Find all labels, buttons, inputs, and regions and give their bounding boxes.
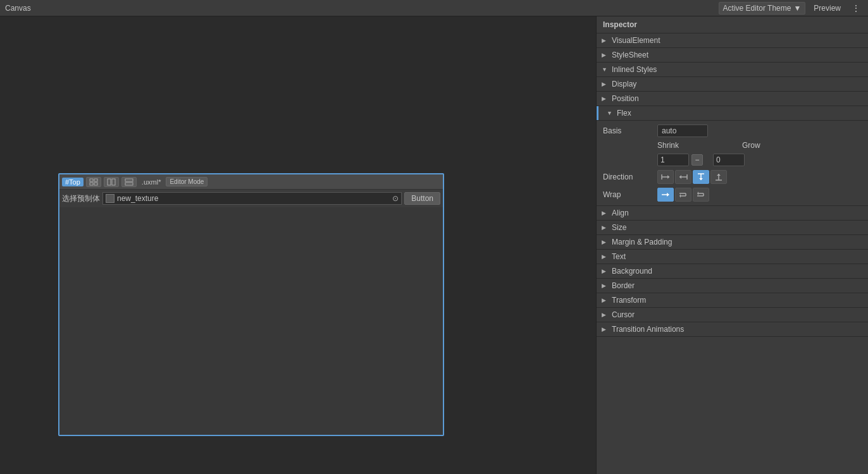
- basis-row: Basis: [603, 125, 862, 137]
- section-inlined-styles[interactable]: ▼ Inlined Styles: [597, 63, 868, 77]
- section-position[interactable]: ▶ Position: [597, 92, 868, 106]
- direction-row: Direction: [603, 170, 862, 184]
- direction-row-reverse-icon: [679, 173, 688, 181]
- section-margin-padding[interactable]: ▶ Margin & Padding: [597, 235, 868, 250]
- text-label: Text: [612, 252, 626, 261]
- preview-button[interactable]: Preview: [808, 2, 846, 15]
- transform-arrow: ▶: [602, 297, 609, 303]
- section-visual-element[interactable]: ▶ VisualElement: [597, 33, 868, 48]
- section-size[interactable]: ▶ Size: [597, 221, 868, 235]
- section-stylesheet[interactable]: ▶ StyleSheet: [597, 48, 868, 63]
- svg-marker-25: [679, 194, 681, 198]
- text-arrow: ▶: [602, 253, 609, 260]
- flex-active-indicator: [597, 106, 598, 120]
- direction-row-icon: [661, 173, 670, 181]
- direction-btn-group: [657, 170, 727, 184]
- texture-swatch: [106, 194, 115, 203]
- flex-section-header[interactable]: ▼ Flex: [597, 106, 868, 121]
- margin-padding-arrow: ▶: [602, 239, 609, 245]
- editor-mode-tag: Editor Mode: [166, 177, 208, 186]
- section-flex: ▼ Flex Basis Shrink Grow: [597, 106, 868, 206]
- direction-row-btn[interactable]: [657, 170, 674, 184]
- border-arrow: ▶: [602, 283, 609, 289]
- direction-column-icon: [697, 173, 705, 181]
- shrink-input[interactable]: [657, 154, 689, 166]
- wrap-reverse-btn[interactable]: [693, 188, 709, 202]
- background-arrow: ▶: [602, 268, 609, 274]
- grow-controls: [713, 154, 745, 166]
- svg-marker-18: [717, 174, 721, 176]
- section-transition-animations[interactable]: ▶ Transition Animations: [597, 322, 868, 337]
- theme-dropdown[interactable]: Active Editor Theme ▼: [719, 2, 806, 15]
- svg-marker-9: [667, 175, 669, 179]
- editor-button[interactable]: Button: [404, 192, 440, 205]
- inlined-styles-label: Inlined Styles: [612, 65, 657, 74]
- svg-marker-29: [697, 191, 698, 195]
- section-transform[interactable]: ▶ Transform: [597, 293, 868, 308]
- section-border[interactable]: ▶ Border: [597, 279, 868, 293]
- cursor-arrow: ▶: [602, 312, 609, 318]
- texture-field: new_texture ⊙: [102, 192, 402, 205]
- section-cursor[interactable]: ▶ Cursor: [597, 308, 868, 322]
- align-label: Align: [612, 209, 629, 217]
- section-align[interactable]: ▶ Align: [597, 206, 868, 221]
- shrink-grow-labels: Shrink Grow: [657, 141, 862, 150]
- wrap-btn-group: [657, 188, 709, 202]
- direction-column-reverse-btn[interactable]: [710, 170, 727, 184]
- inspector-title: Inspector: [597, 16, 868, 33]
- wrap-wrap-btn[interactable]: [675, 188, 691, 202]
- size-arrow: ▶: [602, 224, 609, 231]
- section-display[interactable]: ▶ Display: [597, 77, 868, 92]
- stylesheet-label: StyleSheet: [612, 51, 648, 59]
- direction-column-btn[interactable]: [693, 170, 709, 184]
- rows-icon: [125, 178, 133, 186]
- svg-rect-5: [112, 179, 115, 185]
- direction-row-reverse-btn[interactable]: [675, 170, 691, 184]
- dropdown-arrow-icon: ▼: [793, 4, 801, 13]
- size-label: Size: [612, 223, 626, 232]
- svg-rect-3: [94, 183, 97, 185]
- svg-marker-15: [699, 178, 703, 180]
- position-arrow: ▶: [602, 95, 609, 102]
- transition-animations-arrow: ▶: [602, 326, 609, 332]
- align-arrow: ▶: [602, 210, 609, 216]
- wrap-nowrap-btn[interactable]: [657, 188, 674, 202]
- editor-icon-btn-2[interactable]: [104, 177, 119, 187]
- editor-icon-btn-3[interactable]: [121, 177, 137, 187]
- canvas-area: #Top: [0, 16, 596, 474]
- theme-section: Active Editor Theme ▼ Preview ⋮: [719, 2, 863, 15]
- margin-padding-label: Margin & Padding: [612, 238, 672, 246]
- svg-rect-1: [94, 179, 97, 181]
- grid-icon: [89, 178, 98, 186]
- editor-toolbar: #Top: [59, 174, 443, 190]
- direction-label: Direction: [603, 173, 654, 181]
- shrink-grow-row: −: [603, 154, 862, 166]
- editor-label: 选择预制体: [62, 193, 100, 204]
- texture-search-icon[interactable]: ⊙: [392, 194, 399, 203]
- basis-input[interactable]: [657, 125, 708, 137]
- editor-tag: #Top: [62, 178, 84, 186]
- editor-content: 选择预制体 new_texture ⊙ Button: [59, 190, 443, 207]
- shrink-label: Shrink: [657, 141, 679, 150]
- shrink-minus-btn[interactable]: −: [691, 154, 703, 166]
- texture-name: new_texture: [117, 194, 390, 203]
- transition-animations-label: Transition Animations: [612, 325, 684, 334]
- grow-input[interactable]: [713, 154, 745, 166]
- editor-body: [59, 207, 443, 435]
- svg-marker-12: [679, 175, 681, 179]
- editor-icon-btn-1[interactable]: [86, 177, 101, 187]
- main-toolbar: Canvas Active Editor Theme ▼ Preview ⋮: [0, 0, 868, 16]
- flex-label: Flex: [617, 109, 631, 118]
- visual-element-arrow: ▶: [602, 37, 609, 44]
- svg-rect-0: [90, 179, 93, 181]
- theme-dropdown-label: Active Editor Theme: [723, 4, 791, 13]
- more-options-button[interactable]: ⋮: [849, 2, 863, 15]
- stylesheet-arrow: ▶: [602, 52, 609, 58]
- section-background[interactable]: ▶ Background: [597, 264, 868, 279]
- flex-content: Basis Shrink Grow −: [597, 121, 868, 205]
- wrap-row: Wrap: [603, 188, 862, 202]
- svg-marker-21: [667, 193, 669, 197]
- inlined-styles-arrow: ▼: [602, 66, 609, 73]
- cursor-label: Cursor: [612, 310, 635, 319]
- section-text[interactable]: ▶ Text: [597, 250, 868, 264]
